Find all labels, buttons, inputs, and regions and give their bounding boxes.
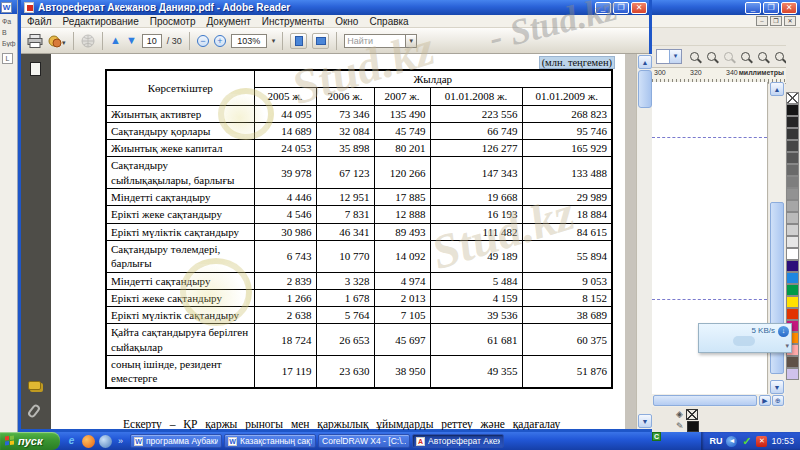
print-icon[interactable]: [27, 34, 43, 48]
download-widget[interactable]: 5 KB/s ↓ ▾: [698, 323, 792, 353]
previous-page-icon[interactable]: ▲: [110, 35, 121, 46]
scroll-down-icon[interactable]: ▼: [638, 414, 652, 428]
restore-icon[interactable]: ❐: [763, 2, 779, 14]
firefox-icon[interactable]: [82, 435, 95, 448]
table-row: Жиынтық жеке капитал24 05335 89880 20112…: [106, 140, 612, 157]
row-label: Ерікті жеке сақтандыру: [106, 206, 254, 223]
guideline[interactable]: [652, 299, 767, 300]
guideline[interactable]: [652, 137, 767, 138]
fit-width-button[interactable]: [290, 33, 307, 49]
doc-restore-icon[interactable]: ❐: [770, 16, 782, 26]
doc-minimize-icon[interactable]: –: [756, 16, 768, 26]
download-arrow-icon[interactable]: ↓: [778, 326, 789, 337]
chevron-down-icon[interactable]: ▾: [785, 342, 789, 350]
page-number-input[interactable]: [142, 34, 162, 48]
coreldraw-hscrollbar[interactable]: ▶ ⊕: [652, 394, 785, 407]
palette-swatch[interactable]: [786, 212, 799, 224]
palette-swatch[interactable]: [786, 224, 799, 236]
word-window-sliver[interactable]: W Фа В Буф L: [0, 0, 18, 432]
find-input[interactable]: [344, 34, 406, 48]
palette-swatch[interactable]: [786, 356, 799, 368]
page-thumbnails-icon[interactable]: [30, 62, 41, 76]
scroll-up-icon[interactable]: ▲: [770, 82, 784, 96]
palette-swatch[interactable]: [786, 176, 799, 188]
zoom-in-icon[interactable]: +: [214, 35, 226, 47]
palette-swatch[interactable]: [786, 152, 799, 164]
pencil-tray-icon[interactable]: ✓: [741, 436, 752, 447]
palette-swatch[interactable]: [786, 368, 799, 380]
pdf-page[interactable]: (млн. теңгемен) Көрсеткіштер Жылдар 2005…: [51, 54, 625, 429]
export-icon[interactable]: ▾: [48, 34, 66, 48]
chevron-more-icon[interactable]: »: [116, 436, 125, 446]
palette-swatch[interactable]: [786, 260, 799, 272]
palette-swatch[interactable]: [786, 200, 799, 212]
word-icon: W: [1, 2, 12, 13]
browser-icon[interactable]: [99, 435, 112, 448]
taskbar-button[interactable]: AАвтореферат Акеж...: [412, 434, 504, 448]
palette-swatch[interactable]: [786, 128, 799, 140]
fullscreen-button[interactable]: [312, 33, 329, 49]
palette-swatch[interactable]: [786, 272, 799, 284]
minimize-icon[interactable]: _: [745, 2, 761, 14]
language-indicator[interactable]: RU: [709, 436, 722, 446]
palette-swatch[interactable]: [786, 284, 799, 296]
close-icon[interactable]: ✕: [781, 2, 797, 14]
menu-item[interactable]: Документ: [206, 16, 250, 27]
taskbar-button[interactable]: Wпрограмма Аубакир...: [130, 434, 222, 448]
scroll-thumb[interactable]: [653, 395, 757, 406]
zoom-level-value[interactable]: 103%: [231, 34, 267, 48]
download-manager-tray-icon[interactable]: ◄: [726, 436, 737, 447]
minimize-icon[interactable]: _: [595, 2, 611, 14]
zoom-width-icon[interactable]: [775, 52, 784, 61]
palette-swatch[interactable]: [786, 296, 799, 308]
chevron-down-icon[interactable]: ▾: [272, 37, 276, 45]
scroll-up-icon[interactable]: ▲: [638, 55, 652, 69]
palette-swatch[interactable]: [786, 188, 799, 200]
menu-item[interactable]: Файл: [27, 16, 52, 27]
row-label: Сақтандыру сыйлықақылары, барлығы: [106, 157, 254, 189]
chevron-down-icon[interactable]: ▼: [406, 34, 417, 48]
next-page-icon[interactable]: ▼: [126, 35, 137, 46]
palette-swatch[interactable]: [786, 116, 799, 128]
palette-swatch[interactable]: [786, 92, 799, 104]
scroll-thumb[interactable]: [638, 70, 652, 108]
palette-swatch[interactable]: [786, 104, 799, 116]
cell-value: 3 328: [316, 272, 374, 289]
taskbar-button[interactable]: WКазақстанның сақт...: [224, 434, 316, 448]
zoom-out-icon[interactable]: [707, 52, 716, 61]
word-fragment: Фа: [0, 14, 17, 25]
palette-swatch[interactable]: [786, 308, 799, 320]
internet-explorer-icon[interactable]: e: [65, 435, 78, 448]
scroll-right-icon[interactable]: ▶: [759, 395, 771, 406]
antivirus-tray-icon[interactable]: ✕: [756, 436, 767, 447]
adobe-titlebar[interactable]: Автореферат Акежанов Данияр.pdf - Adobe …: [21, 0, 649, 15]
maximize-icon[interactable]: ❐: [613, 2, 629, 14]
zoom-out-icon[interactable]: −: [197, 35, 209, 47]
coreldraw-window[interactable]: _ ❐ ✕ – ❐ ✕ миллиметры 300320340 ▲: [652, 0, 800, 432]
cell-value: 30 986: [254, 223, 316, 240]
palette-swatch[interactable]: [786, 248, 799, 260]
menu-item[interactable]: Инструменты: [262, 16, 324, 27]
scroll-down-icon[interactable]: ▼: [770, 380, 784, 394]
menu-item[interactable]: Окно: [335, 16, 358, 27]
taskbar-button[interactable]: CCorelDRAW X4 - [C:\...: [318, 434, 410, 448]
zoom-page-icon[interactable]: [758, 52, 767, 61]
palette-swatch[interactable]: [786, 140, 799, 152]
close-icon[interactable]: ✕: [631, 2, 647, 14]
palette-swatch[interactable]: [786, 164, 799, 176]
comments-icon[interactable]: [28, 381, 41, 390]
zoom-level-combo[interactable]: [656, 49, 682, 64]
start-button[interactable]: пуск: [0, 432, 60, 450]
menu-item[interactable]: Просмотр: [150, 16, 196, 27]
zoom-all-icon[interactable]: [741, 52, 750, 61]
attachments-icon[interactable]: [27, 403, 42, 419]
year-header: 01.01.2008 ж.: [430, 88, 522, 105]
menu-item[interactable]: Редактирование: [63, 16, 139, 27]
doc-close-icon[interactable]: ✕: [784, 16, 796, 26]
cell-value: 4 546: [254, 206, 316, 223]
zoom-in-icon[interactable]: [690, 52, 699, 61]
palette-swatch[interactable]: [786, 236, 799, 248]
zoom-tool-icon[interactable]: ⊕: [772, 395, 784, 406]
menu-item[interactable]: Справка: [369, 16, 408, 27]
adobe-vscrollbar[interactable]: ▲ ▼: [636, 54, 652, 429]
